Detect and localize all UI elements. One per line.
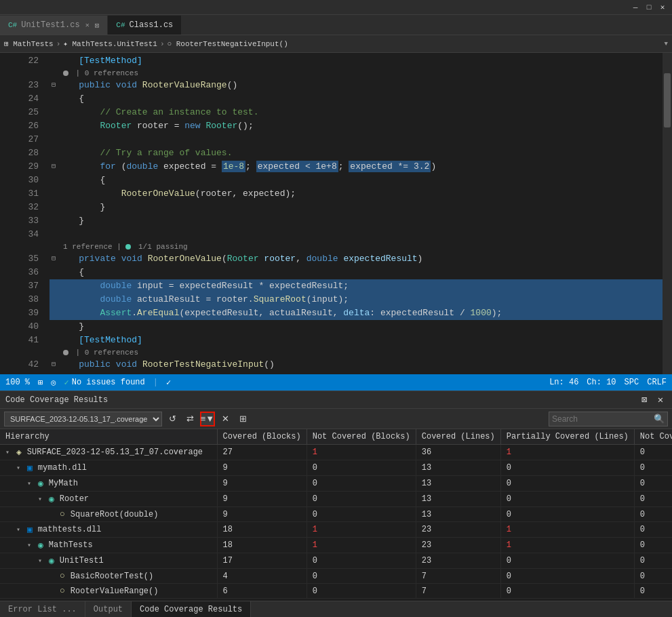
col-partially-covered-lines[interactable]: Partially Covered (Lines) [500,429,634,445]
ref-dot-zero [63,71,68,76]
check-icon: ✓ [64,378,68,388]
gutter-refline-42 [0,346,12,357]
ref-dot-zero-42 [63,350,68,355]
bottom-tab-coverage[interactable]: Code Coverage Results [132,601,251,618]
collapse-42[interactable]: ⊟ [50,358,58,372]
gutter-line-22 [0,53,12,66]
table-row[interactable]: ▾◈SURFACE_2023-12-05.13_17_07.coverage27… [0,445,672,460]
table-row[interactable]: ▾◉UnitTest11702300 [0,553,672,569]
code-line-35: ⊟ private void RooterOneValue(Rooter roo… [50,252,663,266]
ln-31: 31 [12,187,44,201]
panel-close-button[interactable]: ✕ [654,394,667,406]
coverage-file-dropdown[interactable]: SURFACE_2023-12-05.13_17_.coverage [4,412,162,426]
gutter-line-32 [0,199,12,213]
cancel-button[interactable]: ✕ [218,412,233,426]
line-number-column: 22 23 24 25 26 27 28 29 30 31 32 33 34 3… [12,53,50,374]
code-line-38: double actualResult = rooter.SquareRoot(… [50,293,663,306]
col-hierarchy[interactable]: Hierarchy [0,429,217,445]
coverage-table: Hierarchy Covered (Blocks) Not Covered (… [0,429,672,599]
breadcrumb-sep2: › [160,40,165,48]
ln-40: 40 [12,320,44,334]
table-row[interactable]: ▾◉MathTests1812310 [0,538,672,553]
panel-search-box: 🔍 [549,412,668,426]
code-editor: 22 23 24 25 26 27 28 29 30 31 32 33 34 3… [0,53,672,374]
gutter-line-28 [0,145,12,159]
code-content[interactable]: [TestMethod] | 0 references ⊟ public voi… [50,53,663,374]
close-button[interactable]: ✕ [657,2,668,13]
coverage-table-container[interactable]: Hierarchy Covered (Blocks) Not Covered (… [0,429,672,601]
search-input[interactable] [552,414,654,424]
no-issues-status: ✓ No issues found [64,378,144,388]
table-row[interactable]: ○RooterValueRange()60700 [0,584,672,599]
gutter-line-23 [0,77,12,91]
col-not-covered-blocks[interactable]: Not Covered (Blocks) [307,429,416,445]
collapse-35[interactable]: ⊟ [50,252,58,266]
breadcrumb-part2[interactable]: ✦ MathTests.UnitTest1 [63,39,157,48]
minimize-button[interactable]: — [630,2,641,13]
code-line-23: ⊟ public void RooterValueRange() [50,79,663,92]
tab-class1cs[interactable]: C# Class1.cs [108,16,182,35]
col-not-covered-lines[interactable]: Not Covered (Lines [634,429,672,445]
maximize-button[interactable]: □ [644,2,654,13]
breadcrumb-dropdown-icon[interactable]: ▼ [665,41,668,47]
refresh-button[interactable]: ↺ [165,412,180,426]
table-row[interactable]: ▾▣mymath.dll901300 [0,460,672,476]
ln-42: 42 [12,358,44,372]
tab-pin-icon[interactable]: ⊠ [95,21,100,30]
col-covered-lines[interactable]: Covered (Lines) [416,429,500,445]
gutter-line-29 [0,159,12,172]
table-row[interactable]: ▾◉MyMath901300 [0,476,672,492]
code-line-34 [50,228,663,241]
code-line-40: } [50,320,663,334]
breadcrumb-part1[interactable]: ⊞ MathTests [4,39,54,48]
gutter-line-39 [0,305,12,319]
ref-line-42: | 0 references [50,347,663,358]
collapse-23[interactable]: ⊟ [50,79,58,92]
table-row[interactable]: ▾◉Rooter901300 [0,492,672,507]
git-icon[interactable]: ⊞ [38,378,43,388]
bottom-tab-error-list[interactable]: Error List ... [0,601,85,618]
table-row[interactable]: ▾▣mathtests.dll1812310 [0,522,672,538]
breadcrumb-part3[interactable]: ○ RooterTestNegativeInput() [167,40,288,48]
gutter-line-38 [0,292,12,305]
ln-29: 29 [12,160,44,174]
breakpoint-gutter [0,53,12,374]
ln-30: 30 [12,174,44,187]
code-line-24: { [50,92,663,106]
ln-33: 33 [12,214,44,228]
breadcrumb-toolbar: ⊞ MathTests › ✦ MathTests.UnitTest1 › ○ … [0,35,672,53]
line-number-status: Ln: 46 [549,378,578,387]
export-button[interactable]: ⊞ [235,412,250,426]
gutter-line-42 [0,357,12,370]
ln-43: 43 [12,372,44,374]
scrollbar-track[interactable] [663,53,672,374]
tab-unittestcs[interactable]: C# UnitTest1.cs ✕ ⊠ [0,16,108,35]
collapse-29[interactable]: ⊟ [50,160,58,174]
table-row[interactable]: ○SquareRoot(double)901300 [0,507,672,522]
tab-label: UnitTest1.cs [21,20,79,30]
ln-28: 28 [12,146,44,160]
sync-icon[interactable]: ◎ [51,378,56,388]
gutter-line-25 [0,104,12,118]
ref-line-35: 1 reference | 1/1 passing [50,241,663,252]
gutter-line-26 [0,118,12,132]
status-sep1: | [153,378,158,387]
code-line-39: Assert.AreEqual(expectedResult, actualRe… [50,306,663,320]
compare-button[interactable]: ⇄ [182,412,197,426]
gutter-line-41 [0,332,12,346]
scrollbar-thumb[interactable] [664,73,671,127]
panel-pin-button[interactable]: ⊠ [638,394,650,406]
title-bar: — □ ✕ [0,0,672,15]
gutter-line-35 [0,251,12,264]
coverage-table-body: ▾◈SURFACE_2023-12-05.13_17_07.coverage27… [0,445,672,599]
code-line-25: // Create an instance to test. [50,106,663,119]
table-row[interactable]: ○BasicRooterTest()40700 [0,569,672,584]
col-covered-blocks[interactable]: Covered (Blocks) [217,429,307,445]
tab-close-icon[interactable]: ✕ [85,21,90,29]
filter-button[interactable]: ≡▼ [200,412,215,426]
ref-line-23: | 0 references [50,68,663,79]
code-line-42: ⊟ public void RooterTestNegativeInput() [50,358,663,372]
code-line-27 [50,133,663,146]
bottom-tab-output[interactable]: Output [85,601,132,618]
ln-36: 36 [12,266,44,279]
